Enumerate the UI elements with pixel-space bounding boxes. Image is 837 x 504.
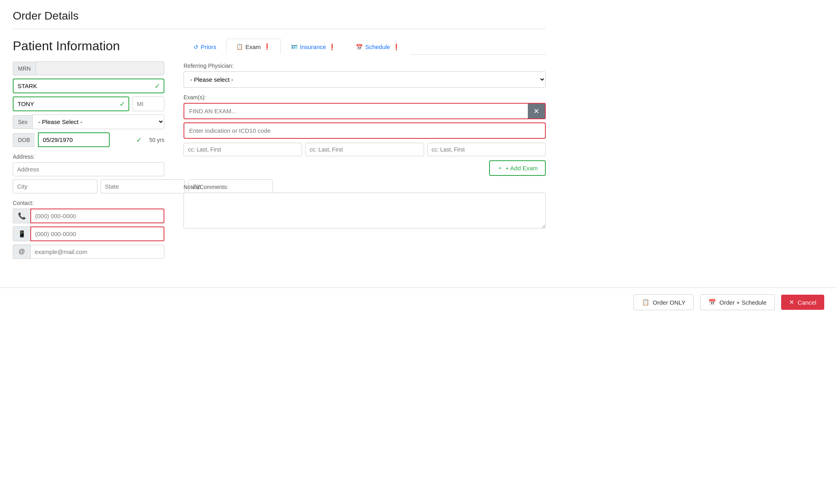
tabs-row: ↺ Priors 📋 Exam ❗ 🪪 Insurance ❗ 📅 Schedu… bbox=[184, 39, 546, 55]
exam-clipboard-icon: 📋 bbox=[236, 43, 243, 50]
last-name-field: ✓ bbox=[13, 79, 164, 93]
email-icon: @ bbox=[13, 244, 30, 259]
first-mi-row: ✓ bbox=[13, 96, 164, 111]
mrn-input[interactable] bbox=[36, 61, 164, 75]
dob-input[interactable] bbox=[38, 132, 110, 147]
exam-search-input[interactable] bbox=[184, 103, 528, 119]
add-exam-plus-icon: ＋ bbox=[497, 164, 503, 172]
address-input[interactable] bbox=[13, 162, 164, 176]
schedule-exclamation: ❗ bbox=[393, 43, 400, 51]
cc-row bbox=[184, 143, 546, 156]
ref-physician-label: Referring Physician: bbox=[184, 63, 546, 69]
tab-insurance[interactable]: 🪪 Insurance ❗ bbox=[281, 39, 346, 55]
first-name-check-icon: ✓ bbox=[119, 100, 125, 108]
order-only-button[interactable]: 📋 Order ONLY bbox=[634, 294, 694, 310]
sex-select[interactable]: - Please Select - Male Female bbox=[32, 114, 164, 129]
add-exam-label: + Add Exam bbox=[505, 165, 538, 171]
tab-exam-label: Exam bbox=[245, 43, 261, 50]
contact-section: Contact: 📞 📱 @ bbox=[13, 200, 164, 259]
notes-label: Notes/Comments: bbox=[184, 184, 546, 190]
order-only-label: Order ONLY bbox=[653, 299, 685, 306]
city-state-row bbox=[13, 179, 164, 193]
mobile-icon: 📱 bbox=[13, 226, 30, 241]
first-name-input[interactable] bbox=[13, 96, 129, 111]
insurance-card-icon: 🪪 bbox=[291, 44, 298, 50]
cc2-input[interactable] bbox=[305, 143, 424, 156]
icd10-input[interactable] bbox=[184, 122, 546, 139]
insurance-exclamation: ❗ bbox=[328, 43, 336, 51]
address-section: Address: bbox=[13, 154, 164, 193]
exams-label: Exam(s): bbox=[184, 94, 546, 100]
dob-label: DOB bbox=[13, 133, 35, 147]
exam-exclamation: ❗ bbox=[263, 43, 271, 50]
dob-row: DOB ✓ 50 yrs bbox=[13, 132, 164, 147]
priors-history-icon: ↺ bbox=[193, 44, 198, 50]
add-exam-button[interactable]: ＋ + Add Exam bbox=[489, 160, 546, 176]
tab-exam[interactable]: 📋 Exam ❗ bbox=[226, 39, 280, 55]
cc1-input[interactable] bbox=[184, 143, 302, 156]
section-title: Patient Information bbox=[13, 39, 164, 53]
phone-row: 📞 bbox=[13, 209, 164, 223]
add-exam-row: ＋ + Add Exam bbox=[184, 160, 546, 176]
dob-field: ✓ bbox=[38, 132, 146, 147]
last-name-input[interactable] bbox=[13, 79, 164, 93]
last-name-check-icon: ✓ bbox=[154, 82, 160, 91]
email-input[interactable] bbox=[30, 245, 164, 259]
notes-section: Notes/Comments: bbox=[184, 184, 546, 230]
exams-section: Exam(s): ✕ ＋ + Add Exam bbox=[184, 94, 546, 176]
cancel-label: Cancel bbox=[798, 299, 816, 306]
tab-schedule[interactable]: 📅 Schedule ❗ bbox=[346, 39, 410, 55]
order-only-icon: 📋 bbox=[642, 299, 649, 306]
tab-insurance-label: Insurance bbox=[300, 43, 326, 50]
ref-physician-section: Referring Physician: - Please select - bbox=[184, 63, 546, 94]
age-label: 50 yrs bbox=[149, 137, 164, 143]
contact-label: Contact: bbox=[13, 200, 164, 206]
mobile-input[interactable] bbox=[30, 226, 164, 241]
phone-icon: 📞 bbox=[13, 209, 30, 223]
mrn-row: MRN bbox=[13, 61, 164, 75]
exam-search-row: ✕ bbox=[184, 103, 546, 119]
state-input[interactable] bbox=[101, 179, 185, 193]
page-title: Order Details bbox=[13, 10, 546, 29]
tab-priors[interactable]: ↺ Priors bbox=[184, 39, 226, 55]
cancel-button[interactable]: ✕ Cancel bbox=[781, 295, 824, 310]
order-schedule-button[interactable]: 📅 Order + Schedule bbox=[700, 294, 775, 310]
order-schedule-label: Order + Schedule bbox=[719, 299, 766, 306]
bottom-bar: 📋 Order ONLY 📅 Order + Schedule ✕ Cancel bbox=[0, 287, 837, 317]
tab-priors-label: Priors bbox=[201, 43, 216, 50]
first-name-field: ✓ bbox=[13, 96, 129, 111]
phone-input[interactable] bbox=[30, 209, 164, 223]
sex-label: Sex bbox=[13, 115, 32, 129]
address-label: Address: bbox=[13, 154, 164, 160]
city-input[interactable] bbox=[13, 179, 97, 193]
ref-physician-select[interactable]: - Please select - bbox=[184, 71, 546, 88]
dob-check-icon: ✓ bbox=[136, 136, 142, 144]
cancel-x-icon: ✕ bbox=[789, 299, 794, 306]
mi-input[interactable] bbox=[132, 96, 164, 111]
sex-row: Sex - Please Select - Male Female bbox=[13, 114, 164, 129]
exam-search-clear-button[interactable]: ✕ bbox=[528, 103, 546, 119]
schedule-calendar-icon: 📅 bbox=[356, 44, 363, 50]
notes-textarea[interactable] bbox=[184, 193, 546, 228]
order-schedule-icon: 📅 bbox=[709, 299, 716, 306]
email-row: @ bbox=[13, 244, 164, 259]
name-row: ✓ bbox=[13, 79, 164, 93]
tab-schedule-label: Schedule bbox=[365, 43, 390, 50]
mrn-label: MRN bbox=[13, 62, 36, 75]
mobile-row: 📱 bbox=[13, 226, 164, 241]
cc3-input[interactable] bbox=[427, 143, 546, 156]
